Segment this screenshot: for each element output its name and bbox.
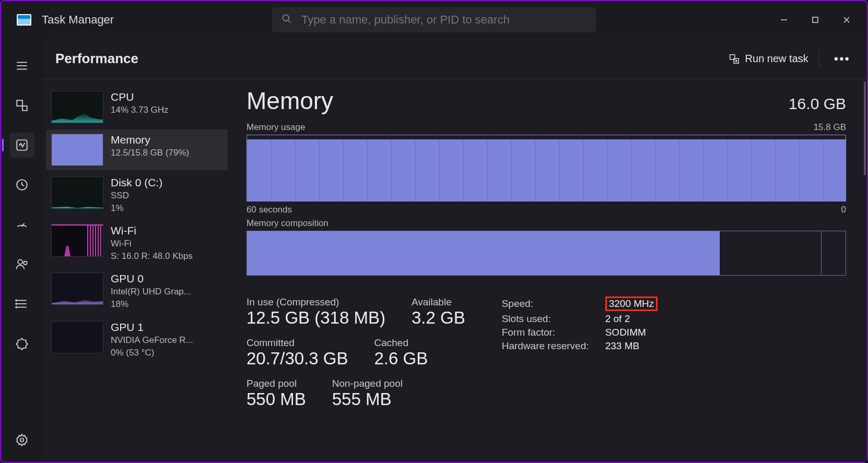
- sidebar-item-sub2: S: 16.0 R: 48.0 Kbps: [111, 251, 193, 262]
- nav-processes[interactable]: [9, 93, 34, 118]
- sidebar-item-gpu0[interactable]: GPU 0 Intel(R) UHD Grap... 18%: [46, 268, 228, 314]
- svg-point-14: [18, 259, 22, 264]
- gpu1-thumb-icon: [51, 321, 103, 353]
- cpu-thumb-icon: [51, 91, 103, 123]
- svg-point-15: [24, 262, 27, 265]
- nav-app-history[interactable]: [9, 172, 34, 197]
- app-icon: [17, 14, 31, 26]
- sidebar-item-label: Disk 0 (C:): [111, 176, 162, 189]
- stats-col-left: In use (Compressed) 12.5 GB (318 MB) Ava…: [247, 296, 465, 419]
- sidebar-item-sub2: 0% (53 °C): [111, 347, 193, 359]
- body: Performance Run new task ••• CPU: [1, 39, 867, 462]
- reserved-label: Hardware reserved:: [502, 340, 596, 352]
- nav-users[interactable]: [9, 252, 34, 277]
- available-value: 3.2 GB: [412, 308, 465, 328]
- sidebar-item-sub: SSD: [111, 190, 162, 201]
- nav-performance[interactable]: [9, 133, 34, 158]
- chart-composition-label: Memory composition: [247, 218, 329, 229]
- nav-startup[interactable]: [9, 212, 34, 237]
- nav-services[interactable]: [9, 331, 34, 356]
- titlebar: Task Manager: [1, 1, 867, 39]
- sidebar-item-sub: Wi-Fi: [111, 238, 193, 250]
- slots-value: 2 of 2: [605, 313, 630, 325]
- sidebar-item-label: Memory: [111, 134, 189, 146]
- app-title: Task Manager: [42, 13, 114, 27]
- chart-usage-label: Memory usage: [247, 122, 305, 133]
- reserved-value: 233 MB: [605, 340, 639, 352]
- svg-point-20: [16, 303, 17, 304]
- main: Performance Run new task ••• CPU: [43, 39, 867, 462]
- hamburger-button[interactable]: [9, 53, 34, 78]
- sidebar-item-sub2: 1%: [111, 203, 162, 214]
- composition-free: [822, 231, 846, 275]
- close-button[interactable]: [831, 7, 862, 32]
- cached-value: 2.6 GB: [374, 349, 428, 369]
- divider: [819, 51, 819, 67]
- window: Task Manager Performance: [0, 0, 868, 463]
- sidebar-item-label: CPU: [111, 91, 169, 103]
- sidebar-item-sub: 14% 3.73 GHz: [111, 104, 169, 116]
- composition-modified: [720, 231, 822, 275]
- svg-rect-3: [813, 17, 818, 22]
- maximize-button[interactable]: [800, 7, 830, 32]
- gpu0-thumb-icon: [51, 272, 103, 305]
- run-new-task-button[interactable]: Run new task: [729, 53, 808, 65]
- scrollbar[interactable]: [864, 81, 866, 175]
- stats-grid: In use (Compressed) 12.5 GB (318 MB) Ava…: [247, 296, 846, 419]
- chart-grid: [247, 135, 846, 201]
- run-task-icon: [729, 53, 740, 65]
- composition-used: [247, 231, 720, 275]
- sidebar-item-label: Wi-Fi: [111, 224, 193, 237]
- memory-composition-chart[interactable]: [247, 231, 846, 276]
- sidebar-item-memory[interactable]: Memory 12.5/15.8 GB (79%): [46, 129, 228, 170]
- detail-pane: Memory 16.0 GB Memory usage 15.8 GB 60 s…: [231, 79, 867, 462]
- speed-label: Speed:: [502, 298, 596, 310]
- sidebar-item-gpu1[interactable]: GPU 1 NVIDIA GeForce R... 0% (53 °C): [46, 317, 228, 363]
- sidebar-item-disk0[interactable]: Disk 0 (C:) SSD 1%: [46, 172, 228, 218]
- search-box[interactable]: [272, 7, 596, 32]
- page-title: Performance: [55, 51, 138, 67]
- sidebar-item-label: GPU 1: [111, 321, 193, 334]
- available-label: Available: [412, 296, 465, 308]
- minimize-button[interactable]: [769, 7, 799, 32]
- sidebar-item-cpu[interactable]: CPU 14% 3.73 GHz: [46, 87, 228, 127]
- sidebar-item-label: GPU 0: [111, 272, 191, 285]
- inuse-value: 12.5 GB (318 MB): [247, 308, 385, 328]
- wifi-thumb-icon: [51, 224, 103, 257]
- search-input[interactable]: [301, 13, 587, 27]
- perf-sidebar: CPU 14% 3.73 GHz Memory 12.5/15.8 GB (79…: [43, 79, 231, 462]
- content: CPU 14% 3.73 GHz Memory 12.5/15.8 GB (79…: [43, 79, 867, 462]
- form-label: Form factor:: [502, 327, 596, 338]
- window-controls: [769, 7, 862, 32]
- search-icon: [281, 14, 292, 26]
- memory-thumb-icon: [51, 134, 103, 166]
- sidebar-item-wifi[interactable]: Wi-Fi Wi-Fi S: 16.0 R: 48.0 Kbps: [46, 220, 228, 266]
- committed-value: 20.7/30.3 GB: [247, 349, 348, 369]
- speed-value: 3200 MHz: [605, 296, 658, 311]
- svg-rect-10: [22, 106, 27, 111]
- axis-left: 60 seconds: [247, 205, 292, 215]
- sidebar-item-sub: 12.5/15.8 GB (79%): [111, 147, 189, 159]
- run-task-label: Run new task: [745, 53, 808, 65]
- nav-settings[interactable]: [9, 428, 34, 453]
- axis-right: 0: [841, 205, 846, 215]
- nav-rail: [1, 39, 43, 462]
- more-options-button[interactable]: •••: [830, 52, 854, 66]
- paged-value: 550 MB: [247, 389, 306, 409]
- svg-rect-9: [17, 100, 22, 106]
- sidebar-item-sub2: 18%: [111, 299, 191, 310]
- sidebar-item-sub: NVIDIA GeForce R...: [111, 335, 193, 346]
- inuse-label: In use (Compressed): [247, 296, 385, 308]
- slots-label: Slots used:: [502, 313, 596, 325]
- svg-point-19: [16, 300, 17, 301]
- paged-label: Paged pool: [247, 378, 306, 389]
- svg-point-21: [16, 306, 17, 307]
- form-value: SODIMM: [605, 327, 646, 338]
- sidebar-item-sub: Intel(R) UHD Grap...: [111, 286, 191, 298]
- memory-usage-chart[interactable]: [247, 135, 846, 201]
- svg-point-0: [283, 15, 289, 21]
- nonpaged-label: Non-paged pool: [332, 378, 403, 389]
- page-header: Performance Run new task •••: [43, 39, 867, 79]
- svg-point-22: [20, 438, 24, 442]
- nav-details[interactable]: [9, 291, 34, 316]
